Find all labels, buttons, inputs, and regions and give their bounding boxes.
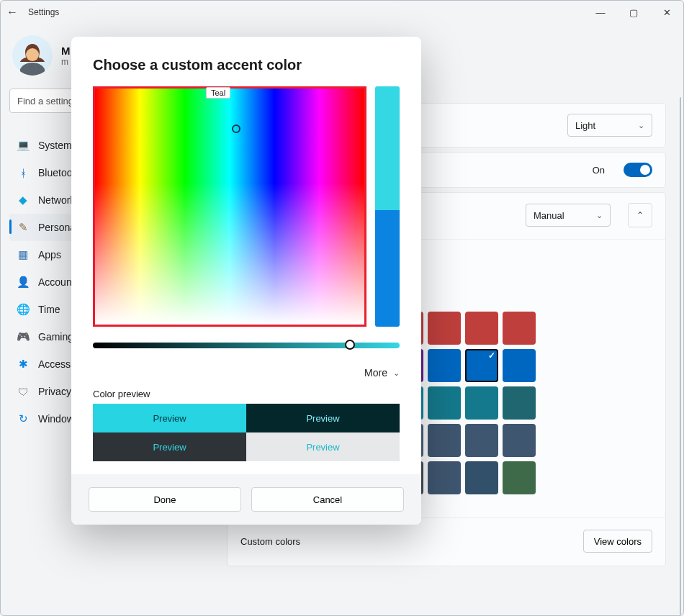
maximize-button[interactable]: ▢ xyxy=(617,1,650,24)
expand-toggle[interactable]: ⌃ xyxy=(628,203,652,227)
nav-icon: ◆ xyxy=(17,194,30,207)
accent-select[interactable]: Manual ⌄ xyxy=(526,204,611,227)
color-swatch[interactable] xyxy=(503,424,536,457)
nav-icon: ✎ xyxy=(17,221,30,234)
search-placeholder: Find a setting xyxy=(17,96,73,107)
color-swatch[interactable] xyxy=(465,424,498,457)
color-swatch[interactable] xyxy=(503,461,536,494)
preview-tile: Preview xyxy=(93,404,246,432)
view-colors-button[interactable]: View colors xyxy=(583,530,652,553)
mode-select[interactable]: Light ⌄ xyxy=(567,114,652,137)
color-swatch[interactable] xyxy=(428,312,461,345)
back-button[interactable]: ← xyxy=(1,6,24,19)
mode-value: Light xyxy=(575,120,595,131)
preview-grid: Preview Preview Preview Preview xyxy=(93,404,400,461)
accent-value: Manual xyxy=(534,210,564,221)
nav-label: Privacy xyxy=(38,386,71,397)
preview-tile: Preview xyxy=(93,432,246,461)
profile-sub: m xyxy=(61,57,71,67)
nav-label: Network xyxy=(38,194,75,206)
nav-label: System xyxy=(38,140,72,151)
nav-icon: 🌐 xyxy=(17,303,30,316)
more-toggle[interactable]: More ⌄ xyxy=(93,367,400,379)
color-new xyxy=(375,86,400,210)
chevron-down-icon: ⌄ xyxy=(596,211,603,220)
nav-label: Time xyxy=(38,304,60,315)
close-button[interactable]: ✕ xyxy=(650,1,683,24)
color-swatch[interactable] xyxy=(465,386,498,420)
color-old xyxy=(375,210,400,327)
color-swatch[interactable] xyxy=(465,461,498,494)
nav-icon: ↻ xyxy=(17,412,30,425)
color-compare xyxy=(375,86,400,327)
nav-icon: 🎮 xyxy=(17,330,30,343)
color-swatch[interactable] xyxy=(428,424,461,457)
color-swatch[interactable] xyxy=(428,461,461,494)
transparency-toggle[interactable] xyxy=(624,163,652,177)
avatar xyxy=(12,35,53,76)
color-swatch[interactable] xyxy=(428,349,461,382)
chevron-down-icon: ⌄ xyxy=(638,121,644,130)
color-swatch[interactable] xyxy=(465,312,498,345)
color-swatch[interactable] xyxy=(428,386,461,420)
chevron-down-icon: ⌄ xyxy=(393,368,400,378)
done-button[interactable]: Done xyxy=(89,487,241,512)
more-label: More xyxy=(364,367,387,379)
nav-label: Apps xyxy=(38,249,61,261)
minimize-button[interactable]: — xyxy=(584,1,617,24)
preview-tile: Preview xyxy=(246,404,400,432)
profile-name: M xyxy=(61,45,71,57)
color-cursor[interactable] xyxy=(232,124,240,133)
color-swatch[interactable] xyxy=(503,386,536,420)
nav-label: Gaming xyxy=(38,331,73,343)
svg-point-1 xyxy=(26,48,39,61)
nav-icon: ᚼ xyxy=(17,166,30,179)
nav-icon: ▦ xyxy=(17,248,30,261)
color-swatch[interactable] xyxy=(503,349,536,382)
nav-icon: 🛡 xyxy=(17,385,30,398)
color-field[interactable]: Teal xyxy=(93,86,366,327)
hue-tooltip: Teal xyxy=(206,87,230,99)
color-swatch[interactable] xyxy=(465,349,498,382)
nav-icon: 💻 xyxy=(17,139,30,152)
color-swatch[interactable] xyxy=(503,312,536,345)
custom-colors-label: Custom colors xyxy=(240,536,300,547)
dialog-title: Choose a custom accent color xyxy=(93,57,400,73)
scrollbar[interactable] xyxy=(680,97,681,615)
preview-label: Color preview xyxy=(93,389,400,399)
nav-icon: ✱ xyxy=(17,358,30,371)
transparency-state: On xyxy=(593,165,605,176)
title-bar: ← Settings — ▢ ✕ xyxy=(1,1,683,24)
value-thumb[interactable] xyxy=(345,340,355,350)
value-slider[interactable] xyxy=(93,343,400,350)
window-title: Settings xyxy=(28,7,59,17)
color-picker-dialog: Choose a custom accent color Teal More ⌄… xyxy=(71,37,421,525)
preview-tile: Preview xyxy=(246,432,400,461)
cancel-button[interactable]: Cancel xyxy=(251,487,404,512)
nav-icon: 👤 xyxy=(17,276,30,289)
